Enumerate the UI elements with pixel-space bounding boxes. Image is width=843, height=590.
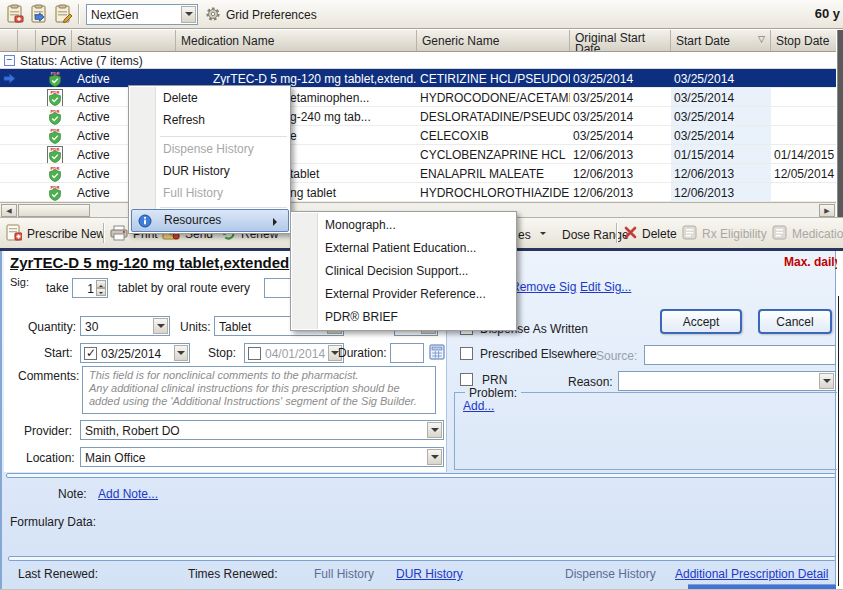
chevron-down-icon[interactable] xyxy=(174,345,188,361)
dispense-history-link[interactable]: Dispense History xyxy=(565,567,656,581)
prn-checkbox[interactable] xyxy=(460,373,473,386)
prn-label: PRN xyxy=(482,373,507,387)
add-note-link[interactable]: Add Note... xyxy=(98,487,158,501)
menu-separator xyxy=(160,136,287,137)
start-date-field[interactable]: 03/25/2014 xyxy=(80,343,190,363)
collapse-group-icon[interactable] xyxy=(4,55,15,66)
submenu-item-pdr-brief[interactable]: PDR® BRIEF xyxy=(325,310,398,324)
workflow-combobox[interactable]: NextGen xyxy=(86,4,198,25)
table-row[interactable]: PDR Active etaminophen... HYDROCODONE/AC… xyxy=(0,88,836,107)
menu-item-dur-history[interactable]: DUR History xyxy=(163,164,230,178)
column-header-generic-name[interactable]: Generic Name xyxy=(417,30,570,51)
selector-column-header[interactable] xyxy=(18,30,36,51)
dur-history-link[interactable]: DUR History xyxy=(396,567,463,581)
menu-item-resources[interactable]: Resources xyxy=(131,209,289,232)
problem-legend: Problem: xyxy=(465,386,521,400)
group-row-active[interactable]: Status: Active (7 items) xyxy=(0,52,836,69)
dose-stepper[interactable]: 1 xyxy=(72,278,108,298)
duration-input[interactable] xyxy=(390,343,424,363)
column-header-status[interactable]: Status xyxy=(72,30,176,51)
chevron-down-icon[interactable] xyxy=(181,6,196,23)
partial-hidden-button[interactable]: es xyxy=(518,224,546,246)
row-indicator-column-header[interactable] xyxy=(0,30,18,51)
submenu-arrow-icon xyxy=(273,218,281,226)
full-history-link[interactable]: Full History xyxy=(314,567,374,581)
times-renewed-label: Times Renewed: xyxy=(188,567,278,581)
problem-add-link[interactable]: Add... xyxy=(463,399,494,413)
column-header-medication-name[interactable]: Medication Name xyxy=(176,30,417,51)
rx-edit-icon[interactable] xyxy=(53,4,73,27)
menu-gutter xyxy=(292,213,318,329)
menu-item-refresh[interactable]: Refresh xyxy=(163,113,205,127)
column-header-pdr[interactable]: PDR xyxy=(36,30,72,51)
table-row[interactable]: PDR Active ng tablet HYDROCHLOROTHIAZIDE… xyxy=(0,183,836,202)
delete-button[interactable]: Delete xyxy=(624,223,677,245)
medication-icon xyxy=(772,225,787,243)
source-input[interactable] xyxy=(644,345,836,365)
medication-button[interactable]: Medicatio xyxy=(772,223,843,245)
pdr-shield-icon[interactable]: PDR xyxy=(48,128,62,144)
toolbar-separator xyxy=(103,223,104,243)
start-date-checkbox[interactable] xyxy=(84,347,97,360)
table-row[interactable]: PDR Active g-240 mg tab... DESLORATADINE… xyxy=(0,107,836,126)
menu-item-delete[interactable]: Delete xyxy=(163,91,198,105)
scroll-right-icon[interactable]: ▶ xyxy=(819,204,835,217)
rx-import-icon[interactable] xyxy=(29,4,49,27)
prescribed-elsewhere-checkbox[interactable] xyxy=(460,347,473,360)
stop-date-field[interactable]: 04/01/2014 xyxy=(244,343,344,363)
comments-textarea[interactable]: This field is for nonclinical comments t… xyxy=(82,366,436,414)
cell-stop-date xyxy=(771,88,836,106)
stop-label: Stop: xyxy=(208,346,236,360)
grid-vertical-scrollbar[interactable] xyxy=(837,30,843,217)
pdr-shield-icon[interactable]: PDR xyxy=(48,166,62,182)
additional-prescription-detail-link[interactable]: Additional Prescription Detail xyxy=(675,567,828,581)
pdr-shield-icon[interactable]: PDR xyxy=(48,90,62,106)
pdr-shield-icon[interactable]: PDR xyxy=(48,185,62,201)
edit-sig-link[interactable]: Edit Sig... xyxy=(580,280,631,294)
pdr-shield-icon[interactable]: PDR xyxy=(48,109,62,125)
location-value: Main Office xyxy=(85,451,425,465)
column-header-original-start-date[interactable]: Original Start Date xyxy=(570,30,671,51)
scrollbar-thumb[interactable] xyxy=(18,204,90,217)
submenu-item-external-provider-reference[interactable]: External Provider Reference... xyxy=(325,287,486,301)
column-header-start-date[interactable]: Start Date▽ xyxy=(671,30,771,51)
chevron-down-icon[interactable] xyxy=(153,318,168,334)
accept-button[interactable]: Accept xyxy=(660,309,742,334)
menu-item-full-history[interactable]: Full History xyxy=(163,186,223,200)
prescribe-new-button[interactable]: Prescribe New xyxy=(5,223,105,245)
pdr-shield-icon[interactable]: PDR xyxy=(48,71,62,87)
quantity-combobox[interactable]: 30 xyxy=(80,316,170,336)
pdr-shield-icon[interactable]: PDR xyxy=(48,147,62,163)
column-header-stop-date[interactable]: Stop Date xyxy=(771,30,836,51)
stop-date-checkbox[interactable] xyxy=(248,347,261,360)
submenu-item-external-patient-education[interactable]: External Patient Education... xyxy=(325,241,476,255)
cell-stop-date xyxy=(771,69,836,87)
chevron-down-icon[interactable] xyxy=(427,449,442,465)
rx-eligibility-icon xyxy=(682,225,697,243)
cell-stop-date: 12/05/2014 xyxy=(771,164,836,182)
cancel-button[interactable]: Cancel xyxy=(758,309,832,334)
chevron-down-icon[interactable] xyxy=(427,422,442,438)
grid-preferences-button[interactable]: Grid Preferences xyxy=(205,4,317,26)
scroll-left-icon[interactable]: ◀ xyxy=(1,204,17,217)
table-row[interactable]: PDR Active e CELECOXIB 03/25/2014 03/25/… xyxy=(0,126,836,145)
table-row[interactable]: PDR Active ZyrTEC-D 5 mg-120 mg tablet,e… xyxy=(0,69,836,88)
chevron-down-icon[interactable] xyxy=(819,373,834,389)
reason-combobox[interactable] xyxy=(618,371,836,391)
rx-pad-icon[interactable] xyxy=(5,4,25,27)
stepper-down-icon[interactable] xyxy=(96,288,106,296)
table-row[interactable]: PDR Active CYCLOBENZAPRINE HCL 12/06/201… xyxy=(0,145,836,164)
remove-sig-link[interactable]: Remove Sig xyxy=(511,280,576,294)
submenu-item-clinical-decision-support[interactable]: Clinical Decision Support... xyxy=(325,264,468,278)
submenu-item-monograph[interactable]: Monograph... xyxy=(325,218,396,232)
provider-combobox[interactable]: Smith, Robert DO xyxy=(80,420,444,440)
dose-range-button[interactable]: Dose Range xyxy=(562,224,629,246)
menu-item-dispense-history[interactable]: Dispense History xyxy=(163,142,254,156)
note-label: Note: xyxy=(58,487,87,501)
calculator-icon[interactable] xyxy=(429,344,445,363)
background-window-border xyxy=(838,296,839,586)
rx-eligibility-button[interactable]: Rx Eligibility xyxy=(682,223,767,245)
table-row[interactable]: PDR Active tablet ENALAPRIL MALEATE 12/0… xyxy=(0,164,836,183)
stepper-up-icon[interactable] xyxy=(96,280,106,288)
location-combobox[interactable]: Main Office xyxy=(80,447,444,467)
